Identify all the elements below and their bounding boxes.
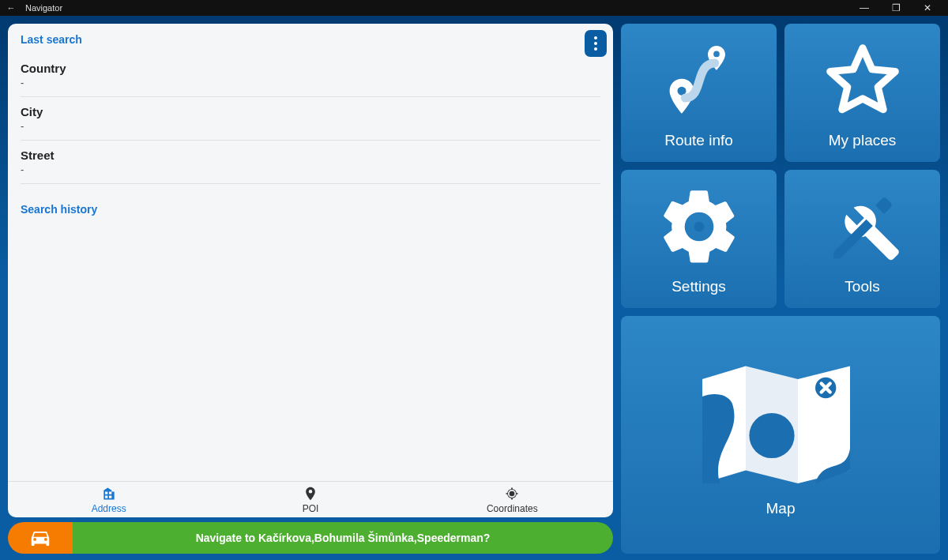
navigate-button[interactable]: Navigate to Kačírkova,Bohumila Šimůnka,S… bbox=[73, 522, 613, 554]
search-history-link[interactable]: Search history bbox=[21, 203, 600, 216]
tile-settings[interactable]: Settings bbox=[621, 170, 777, 308]
navigate-bar: Navigate to Kačírkova,Bohumila Šimůnka,S… bbox=[8, 522, 613, 554]
tile-tools[interactable]: Tools bbox=[784, 170, 940, 308]
route-icon bbox=[656, 37, 743, 124]
tile-map[interactable]: Map bbox=[621, 316, 940, 554]
field-country-label: Country bbox=[21, 62, 600, 75]
field-city[interactable]: City - bbox=[21, 97, 600, 141]
search-tabs: Address POI Coordinates bbox=[8, 481, 613, 517]
tools-icon bbox=[819, 183, 906, 270]
vehicle-button[interactable] bbox=[8, 522, 73, 554]
tab-coordinates[interactable]: Coordinates bbox=[412, 482, 613, 517]
back-button[interactable]: ← bbox=[5, 3, 17, 13]
pin-icon bbox=[303, 486, 318, 502]
field-city-value: - bbox=[21, 120, 600, 132]
last-search-heading: Last search bbox=[21, 33, 600, 46]
map-icon bbox=[694, 353, 867, 492]
tile-route-info-label: Route info bbox=[664, 132, 733, 149]
tile-settings-label: Settings bbox=[672, 278, 726, 295]
tab-poi-label: POI bbox=[303, 503, 319, 514]
more-vertical-icon bbox=[594, 36, 597, 51]
field-street[interactable]: Street - bbox=[21, 141, 600, 184]
right-column: Route info My places Settings Tools bbox=[621, 24, 940, 554]
window-title: Navigator bbox=[25, 3, 62, 13]
titlebar: ← Navigator — ❐ ✕ bbox=[0, 0, 948, 16]
minimize-button[interactable]: — bbox=[848, 2, 880, 13]
tab-address-label: Address bbox=[92, 503, 126, 514]
maximize-button[interactable]: ❐ bbox=[880, 2, 912, 13]
tile-my-places[interactable]: My places bbox=[784, 24, 940, 162]
navigate-prompt: Navigate to Kačírkova,Bohumila Šimůnka,S… bbox=[196, 532, 491, 544]
tab-address[interactable]: Address bbox=[8, 482, 209, 517]
star-icon bbox=[819, 37, 906, 124]
more-menu-button[interactable] bbox=[585, 30, 607, 57]
field-street-label: Street bbox=[21, 148, 600, 162]
left-column: Last search Country - City - Street - Se… bbox=[8, 24, 613, 554]
tile-map-label: Map bbox=[766, 500, 796, 517]
close-button[interactable]: ✕ bbox=[912, 2, 943, 13]
svg-point-0 bbox=[694, 221, 704, 231]
field-country[interactable]: Country - bbox=[21, 54, 600, 97]
crosshair-icon bbox=[504, 486, 520, 502]
car-icon bbox=[28, 526, 52, 550]
tile-tools-label: Tools bbox=[845, 278, 879, 295]
tab-coordinates-label: Coordinates bbox=[487, 503, 538, 514]
tab-poi[interactable]: POI bbox=[209, 482, 411, 517]
building-icon bbox=[101, 486, 117, 502]
svg-point-4 bbox=[749, 412, 794, 457]
search-panel: Last search Country - City - Street - Se… bbox=[8, 24, 613, 517]
tile-my-places-label: My places bbox=[829, 132, 897, 149]
app-frame: Last search Country - City - Street - Se… bbox=[0, 16, 948, 560]
field-street-value: - bbox=[21, 163, 600, 175]
field-city-label: City bbox=[21, 105, 600, 118]
tile-route-info[interactable]: Route info bbox=[621, 24, 777, 162]
field-country-value: - bbox=[21, 77, 600, 88]
gear-icon bbox=[656, 183, 743, 270]
